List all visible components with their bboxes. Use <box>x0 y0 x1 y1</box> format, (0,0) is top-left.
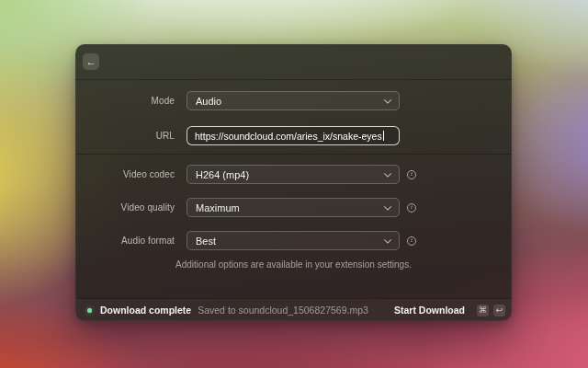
audio-format-value: Best <box>196 236 216 247</box>
video-quality-value: Maximum <box>196 202 240 213</box>
url-row: URL https://soundcloud.com/aries_ix/snak… <box>75 126 512 145</box>
info-icon[interactable]: i <box>407 236 416 246</box>
mode-value: Audio <box>196 96 221 107</box>
status-bar: Download complete Saved to soundcloud_15… <box>75 298 512 321</box>
mode-select[interactable]: Audio <box>187 91 400 110</box>
video-quality-select[interactable]: Maximum <box>187 198 400 217</box>
chevron-down-icon <box>384 236 391 243</box>
downloader-window: ← Mode Audio URL https://soundcloud.com/… <box>75 44 512 321</box>
return-key-icon: ↩ <box>493 305 505 316</box>
back-button[interactable]: ← <box>83 53 99 70</box>
audio-format-label: Audio format <box>75 236 187 246</box>
form: Mode Audio URL https://soundcloud.com/ar… <box>75 80 512 270</box>
status-detail: Saved to soundcloud_1506827569.mp3 <box>198 305 368 316</box>
command-key-icon: ⌘ <box>477 305 489 316</box>
audio-format-select[interactable]: Best <box>187 231 400 250</box>
start-download-label: Start Download <box>394 305 465 316</box>
info-icon[interactable]: i <box>407 203 416 213</box>
mode-row: Mode Audio <box>75 91 512 110</box>
url-label: URL <box>75 131 187 141</box>
audio-format-row: Audio format Best i <box>75 231 512 250</box>
text-caret <box>383 131 384 141</box>
return-glyph: ↩ <box>496 305 503 315</box>
video-codec-row: Video codec H264 (mp4) i <box>75 165 512 184</box>
section-divider <box>75 154 512 155</box>
start-download-button[interactable]: Start Download ⌘ ↩ <box>394 305 505 316</box>
chevron-down-icon <box>384 202 391 210</box>
mode-label: Mode <box>75 96 187 106</box>
video-quality-row: Video quality Maximum i <box>75 198 512 217</box>
chevron-down-icon <box>384 169 391 177</box>
video-quality-label: Video quality <box>75 202 187 213</box>
info-icon[interactable]: i <box>407 170 416 179</box>
url-input[interactable]: https://soundcloud.com/aries_ix/snake-ey… <box>187 126 400 145</box>
command-glyph: ⌘ <box>479 305 487 315</box>
screen: ← Mode Audio URL https://soundcloud.com/… <box>0 0 588 368</box>
url-value: https://soundcloud.com/aries_ix/snake-ey… <box>195 131 382 142</box>
video-codec-label: Video codec <box>75 169 187 179</box>
back-arrow-icon: ← <box>86 56 96 67</box>
info-glyph: i <box>411 204 413 211</box>
extension-settings-note: Additional options are available in your… <box>75 259 512 270</box>
status-title: Download complete <box>100 305 191 316</box>
video-codec-select[interactable]: H264 (mp4) <box>187 165 400 184</box>
video-codec-value: H264 (mp4) <box>196 169 249 180</box>
titlebar: ← <box>75 44 512 80</box>
status-dot <box>87 308 92 313</box>
info-glyph: i <box>411 171 413 178</box>
chevron-down-icon <box>384 96 391 103</box>
info-glyph: i <box>411 237 413 244</box>
